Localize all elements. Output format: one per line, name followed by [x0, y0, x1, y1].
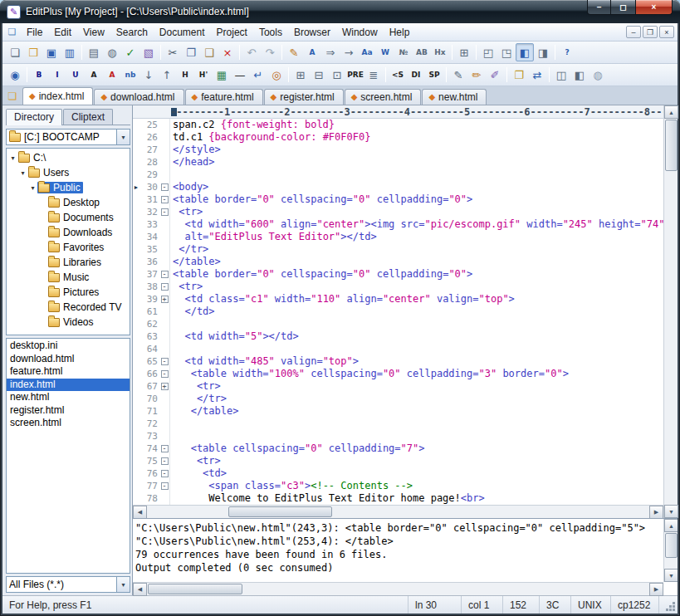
tree-item-favorites[interactable]: Favorites [7, 240, 130, 255]
mdi-minimize-button[interactable]: – [626, 26, 641, 38]
menu-document[interactable]: Document [154, 24, 211, 41]
maximize-button[interactable]: ◻ [611, 0, 635, 15]
menu-help[interactable]: Help [384, 24, 416, 41]
fold-collapse-icon[interactable]: - [161, 283, 169, 291]
insert-table-button[interactable]: ⊞ [291, 66, 310, 84]
format-pen-button[interactable]: ✏ [467, 66, 486, 84]
editor-hscroll-thumb[interactable] [228, 506, 332, 517]
file-item-download-html[interactable]: download.html [7, 353, 130, 366]
code-line-62[interactable]: 62 [133, 318, 663, 330]
code-line-77[interactable]: 77- <span class="c3"><!-- Contents --> [133, 480, 663, 492]
split-window-button[interactable]: ◧ [570, 66, 589, 84]
fold-collapse-icon[interactable]: - [161, 445, 169, 452]
table-cell-button[interactable]: ⊡ [328, 66, 346, 84]
menu-edit[interactable]: Edit [48, 24, 77, 41]
editor-vscroll-thumb[interactable] [665, 120, 678, 171]
code-line-34[interactable]: 34 alt="EditPlus Text Editor"></td> [133, 231, 663, 243]
code-line-32[interactable]: 32- <tr> [133, 206, 663, 218]
file-item-new-html[interactable]: new.html [7, 391, 130, 404]
tab-indent-button[interactable]: → [340, 43, 358, 61]
window-tile-button[interactable]: ◳ [497, 43, 516, 61]
code-line-75[interactable]: 75- <tr> [133, 455, 663, 467]
code-line-38[interactable]: 38- <tr> [133, 281, 663, 293]
save-all-button[interactable]: ▥ [61, 43, 79, 61]
fold-collapse-icon[interactable]: - [161, 457, 169, 465]
code-line-28[interactable]: 28</head> [133, 156, 663, 169]
print-button[interactable]: ▤ [85, 43, 103, 61]
code-line-39[interactable]: 39+ <td class="c1" width="110" align="ce… [133, 293, 663, 306]
underline-button[interactable]: U [66, 66, 85, 84]
code-line-74[interactable]: 74- <table cellspacing="0" cellpadding="… [133, 442, 663, 455]
new-window-button[interactable]: ◫ [552, 66, 570, 84]
menu-view[interactable]: View [77, 24, 110, 41]
horizontal-rule-button[interactable]: — [231, 66, 249, 84]
save-button[interactable]: ▣ [42, 43, 61, 61]
output-scroll-up-button[interactable]: ▲ [664, 519, 678, 532]
output-scroll-right-button[interactable]: ▶ [649, 583, 663, 596]
window-cascade-button[interactable]: ◰ [479, 43, 497, 61]
tree-item-libraries[interactable]: Libraries [7, 255, 130, 270]
tree-expander-icon[interactable]: ▾ [18, 169, 27, 177]
menu-file[interactable]: File [21, 24, 48, 41]
subscript-button[interactable]: ↓ [139, 66, 158, 84]
fold-collapse-icon[interactable]: - [161, 208, 169, 216]
fold-collapse-icon[interactable]: - [161, 358, 169, 365]
table-row-button[interactable]: ⊟ [310, 66, 328, 84]
toggle-directory-window-button[interactable]: ◧ [516, 43, 534, 61]
code-line-26[interactable]: 26td.c1 {background-color: #F0F0F0} [133, 131, 663, 144]
anchor-button[interactable]: ◎ [267, 66, 286, 84]
italic-button[interactable]: I [48, 66, 66, 84]
fold-collapse-icon[interactable]: - [161, 183, 169, 191]
change-case-button[interactable]: Aa [358, 43, 376, 61]
line-numbers-button[interactable]: № [394, 43, 413, 61]
bold-button[interactable]: B [30, 66, 48, 84]
fold-collapse-icon[interactable]: - [161, 482, 169, 490]
editor-vertical-scrollbar[interactable]: ▲ ▼ [663, 105, 678, 518]
delete-button[interactable]: × [218, 43, 237, 61]
sidebar-tab-directory[interactable]: Directory [6, 109, 62, 125]
document-tab-index-html[interactable]: ◆index.html [22, 87, 93, 105]
tree-item-pictures[interactable]: Pictures [7, 285, 130, 300]
code-line-64[interactable]: 64 [133, 343, 663, 355]
new-document-button[interactable]: ❏ [6, 43, 24, 61]
tree-item-documents[interactable]: Documents [7, 210, 130, 225]
output-hscroll-thumb[interactable] [148, 584, 242, 594]
fold-expand-icon[interactable]: + [161, 296, 169, 303]
editor-horizontal-scrollbar[interactable]: ◀ ▶ [133, 505, 663, 518]
document-tab-screen-html[interactable]: ◆screen.html [345, 89, 422, 105]
context-help-button[interactable]: ? [558, 43, 576, 61]
code-area[interactable]: 25span.c2 {font-weight: bold}26td.c1 {ba… [133, 119, 663, 505]
code-line-70[interactable]: 70 </tr> [133, 393, 663, 405]
spell-check-button[interactable]: ✓ [121, 43, 139, 61]
resize-grip[interactable] [659, 596, 678, 614]
file-filter-selector[interactable]: All Files (*.*) ▾ [6, 576, 130, 593]
font-color-button[interactable]: A [103, 66, 121, 84]
code-line-35[interactable]: 35 </tr> [133, 243, 663, 256]
document-tab-download-html[interactable]: ◆download.html [94, 89, 183, 105]
code-line-73[interactable]: 73 [133, 430, 663, 442]
tree-item-c[interactable]: ▾C:\ [7, 150, 130, 165]
preformatted-button[interactable]: PRE [346, 66, 364, 84]
code-line-37[interactable]: 37-<table border="0" cellspacing="0" cel… [133, 268, 663, 281]
output-vscroll-thumb[interactable] [665, 533, 678, 558]
code-line-36[interactable]: 36</table> [133, 256, 663, 268]
fold-expand-icon[interactable]: + [161, 383, 169, 390]
undo-button[interactable]: ↶ [242, 43, 261, 61]
drive-selector[interactable]: [C:] BOOTCAMP ▾ [6, 129, 130, 145]
file-item-screen-html[interactable]: screen.html [7, 417, 130, 430]
tree-item-downloads[interactable]: Downloads [7, 225, 130, 240]
file-item-index-html[interactable]: index.html [7, 379, 130, 392]
fold-collapse-icon[interactable]: - [161, 271, 169, 278]
tree-item-music[interactable]: Music [7, 270, 130, 285]
output-scroll-down-button[interactable]: ▼ [664, 569, 678, 582]
code-line-66[interactable]: 66- <table width="100%" cellspacing="0" … [133, 368, 663, 380]
tree-item-videos[interactable]: Videos [7, 315, 130, 330]
tree-item-public[interactable]: ▾Public [7, 180, 130, 195]
mdi-close-button[interactable]: × [659, 26, 674, 38]
code-line-63[interactable]: 63 <td width="5"></td> [133, 330, 663, 343]
heading-1-button[interactable]: H [176, 66, 194, 84]
encoding-button[interactable]: ▧ [139, 43, 158, 61]
open-file-button[interactable]: ❒ [24, 43, 42, 61]
line-break-button[interactable]: ↵ [249, 66, 267, 84]
print-preview-button[interactable]: ◍ [103, 43, 121, 61]
